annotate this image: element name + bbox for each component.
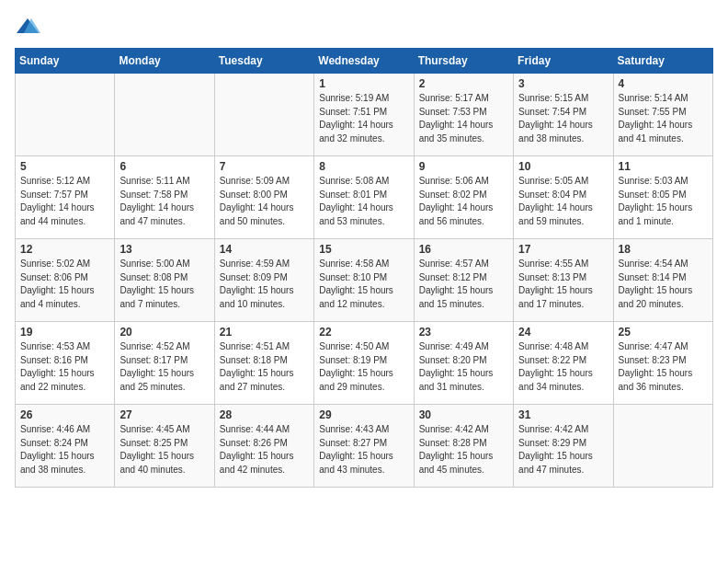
day-number: 11: [619, 160, 708, 173]
calendar-day-cell: 9Sunrise: 5:06 AM Sunset: 8:02 PM Daylig…: [414, 156, 513, 239]
day-number: 20: [119, 326, 209, 339]
calendar-day-cell: 28Sunrise: 4:44 AM Sunset: 8:26 PM Dayli…: [214, 405, 313, 488]
day-info: Sunrise: 4:55 AM Sunset: 8:13 PM Dayligh…: [518, 258, 608, 311]
day-info: Sunrise: 5:06 AM Sunset: 8:02 PM Dayligh…: [419, 175, 508, 228]
calendar-day-cell: 24Sunrise: 4:48 AM Sunset: 8:22 PM Dayli…: [514, 322, 613, 405]
day-info: Sunrise: 4:54 AM Sunset: 8:14 PM Dayligh…: [619, 258, 708, 311]
day-number: 5: [20, 160, 109, 173]
day-info: Sunrise: 4:43 AM Sunset: 8:27 PM Dayligh…: [319, 423, 408, 477]
day-number: 30: [419, 408, 508, 421]
calendar-day-cell: [115, 74, 214, 156]
day-of-week-header: Friday: [514, 49, 613, 74]
day-info: Sunrise: 4:52 AM Sunset: 8:17 PM Dayligh…: [119, 340, 209, 394]
day-info: Sunrise: 5:14 AM Sunset: 7:55 PM Dayligh…: [619, 92, 708, 145]
day-number: 26: [20, 408, 109, 421]
day-number: 4: [619, 77, 708, 90]
day-number: 8: [319, 160, 408, 173]
calendar-day-cell: 17Sunrise: 4:55 AM Sunset: 8:13 PM Dayli…: [514, 239, 613, 322]
calendar-day-cell: 10Sunrise: 5:05 AM Sunset: 8:04 PM Dayli…: [514, 156, 613, 239]
day-info: Sunrise: 5:15 AM Sunset: 7:54 PM Dayligh…: [518, 92, 608, 145]
day-info: Sunrise: 4:59 AM Sunset: 8:09 PM Dayligh…: [220, 258, 309, 311]
day-number: 24: [518, 326, 608, 339]
calendar-day-cell: 18Sunrise: 4:54 AM Sunset: 8:14 PM Dayli…: [613, 239, 712, 322]
calendar-day-cell: 20Sunrise: 4:52 AM Sunset: 8:17 PM Dayli…: [115, 322, 214, 405]
day-number: 6: [119, 160, 209, 173]
day-number: 23: [419, 326, 508, 339]
day-of-week-header: Sunday: [16, 49, 115, 74]
day-info: Sunrise: 4:57 AM Sunset: 8:12 PM Dayligh…: [419, 258, 508, 311]
day-number: 3: [518, 77, 608, 90]
day-number: 9: [419, 160, 508, 173]
day-number: 17: [518, 243, 608, 256]
calendar-day-cell: 31Sunrise: 4:42 AM Sunset: 8:29 PM Dayli…: [514, 405, 613, 488]
logo: [15, 15, 44, 40]
day-of-week-header: Monday: [115, 49, 214, 74]
day-info: Sunrise: 4:49 AM Sunset: 8:20 PM Dayligh…: [419, 340, 508, 394]
day-info: Sunrise: 4:51 AM Sunset: 8:18 PM Dayligh…: [220, 340, 309, 394]
calendar-day-cell: [613, 405, 712, 488]
day-info: Sunrise: 5:08 AM Sunset: 8:01 PM Dayligh…: [319, 175, 408, 228]
day-number: 12: [20, 243, 109, 256]
day-number: 27: [119, 408, 209, 421]
calendar-table: SundayMondayTuesdayWednesdayThursdayFrid…: [15, 48, 713, 488]
calendar-day-cell: 14Sunrise: 4:59 AM Sunset: 8:09 PM Dayli…: [214, 239, 313, 322]
day-info: Sunrise: 5:05 AM Sunset: 8:04 PM Dayligh…: [518, 175, 608, 228]
calendar-day-cell: [16, 74, 115, 156]
day-info: Sunrise: 5:17 AM Sunset: 7:53 PM Dayligh…: [419, 92, 508, 145]
day-info: Sunrise: 5:09 AM Sunset: 8:00 PM Dayligh…: [220, 175, 309, 228]
calendar-day-cell: [214, 74, 313, 156]
day-info: Sunrise: 4:44 AM Sunset: 8:26 PM Dayligh…: [220, 423, 309, 477]
day-info: Sunrise: 4:46 AM Sunset: 8:24 PM Dayligh…: [20, 423, 109, 477]
calendar-day-cell: 19Sunrise: 4:53 AM Sunset: 8:16 PM Dayli…: [16, 322, 115, 405]
day-number: 29: [319, 408, 408, 421]
day-of-week-header: Thursday: [414, 49, 513, 74]
day-info: Sunrise: 5:12 AM Sunset: 7:57 PM Dayligh…: [20, 175, 109, 228]
day-number: 31: [518, 408, 608, 421]
day-info: Sunrise: 4:53 AM Sunset: 8:16 PM Dayligh…: [20, 340, 109, 394]
day-info: Sunrise: 4:58 AM Sunset: 8:10 PM Dayligh…: [319, 258, 408, 311]
day-number: 25: [619, 326, 708, 339]
calendar-day-cell: 27Sunrise: 4:45 AM Sunset: 8:25 PM Dayli…: [115, 405, 214, 488]
calendar-day-cell: 1Sunrise: 5:19 AM Sunset: 7:51 PM Daylig…: [314, 74, 414, 156]
day-number: 13: [119, 243, 209, 256]
day-number: 18: [619, 243, 708, 256]
calendar-day-cell: 23Sunrise: 4:49 AM Sunset: 8:20 PM Dayli…: [414, 322, 513, 405]
day-info: Sunrise: 4:42 AM Sunset: 8:28 PM Dayligh…: [419, 423, 508, 477]
calendar-day-cell: 5Sunrise: 5:12 AM Sunset: 7:57 PM Daylig…: [16, 156, 115, 239]
calendar-day-cell: 21Sunrise: 4:51 AM Sunset: 8:18 PM Dayli…: [214, 322, 313, 405]
calendar-header-row: SundayMondayTuesdayWednesdayThursdayFrid…: [16, 49, 713, 74]
calendar-day-cell: 2Sunrise: 5:17 AM Sunset: 7:53 PM Daylig…: [414, 74, 513, 156]
calendar-day-cell: 3Sunrise: 5:15 AM Sunset: 7:54 PM Daylig…: [514, 74, 613, 156]
calendar-week-row: 26Sunrise: 4:46 AM Sunset: 8:24 PM Dayli…: [16, 405, 713, 488]
day-number: 1: [319, 77, 408, 90]
day-number: 21: [220, 326, 309, 339]
day-info: Sunrise: 4:48 AM Sunset: 8:22 PM Dayligh…: [518, 340, 608, 394]
day-info: Sunrise: 4:50 AM Sunset: 8:19 PM Dayligh…: [319, 340, 408, 394]
calendar-day-cell: 13Sunrise: 5:00 AM Sunset: 8:08 PM Dayli…: [115, 239, 214, 322]
day-info: Sunrise: 5:00 AM Sunset: 8:08 PM Dayligh…: [119, 258, 209, 311]
day-number: 15: [319, 243, 408, 256]
day-info: Sunrise: 5:03 AM Sunset: 8:05 PM Dayligh…: [619, 175, 708, 228]
calendar-day-cell: 12Sunrise: 5:02 AM Sunset: 8:06 PM Dayli…: [16, 239, 115, 322]
calendar-day-cell: 11Sunrise: 5:03 AM Sunset: 8:05 PM Dayli…: [613, 156, 712, 239]
day-number: 16: [419, 243, 508, 256]
day-info: Sunrise: 4:45 AM Sunset: 8:25 PM Dayligh…: [119, 423, 209, 477]
calendar-day-cell: 26Sunrise: 4:46 AM Sunset: 8:24 PM Dayli…: [16, 405, 115, 488]
day-number: 10: [518, 160, 608, 173]
header: [15, 15, 713, 40]
calendar-day-cell: 25Sunrise: 4:47 AM Sunset: 8:23 PM Dayli…: [613, 322, 712, 405]
day-info: Sunrise: 4:47 AM Sunset: 8:23 PM Dayligh…: [619, 340, 708, 394]
calendar-day-cell: 22Sunrise: 4:50 AM Sunset: 8:19 PM Dayli…: [314, 322, 414, 405]
calendar-day-cell: 16Sunrise: 4:57 AM Sunset: 8:12 PM Dayli…: [414, 239, 513, 322]
day-of-week-header: Saturday: [613, 49, 712, 74]
calendar-day-cell: 6Sunrise: 5:11 AM Sunset: 7:58 PM Daylig…: [115, 156, 214, 239]
calendar-week-row: 12Sunrise: 5:02 AM Sunset: 8:06 PM Dayli…: [16, 239, 713, 322]
day-of-week-header: Tuesday: [214, 49, 313, 74]
calendar-day-cell: 7Sunrise: 5:09 AM Sunset: 8:00 PM Daylig…: [214, 156, 313, 239]
calendar-day-cell: 15Sunrise: 4:58 AM Sunset: 8:10 PM Dayli…: [314, 239, 414, 322]
calendar-week-row: 1Sunrise: 5:19 AM Sunset: 7:51 PM Daylig…: [16, 74, 713, 156]
calendar-day-cell: 4Sunrise: 5:14 AM Sunset: 7:55 PM Daylig…: [613, 74, 712, 156]
day-number: 19: [20, 326, 109, 339]
day-number: 2: [419, 77, 508, 90]
day-number: 7: [220, 160, 309, 173]
